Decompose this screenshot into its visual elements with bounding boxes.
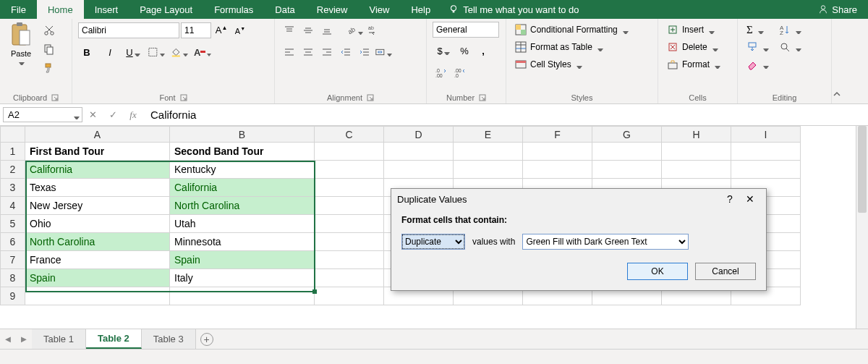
cell[interactable]: Minnesota — [170, 233, 315, 251]
cell[interactable] — [315, 215, 384, 233]
cancel-edit-button[interactable]: ✕ — [82, 107, 103, 122]
underline-button[interactable]: U — [124, 43, 142, 61]
cell[interactable] — [315, 197, 384, 215]
cell[interactable] — [454, 161, 523, 179]
autosum-button[interactable]: Σ — [744, 22, 772, 38]
col-header-a[interactable]: A — [25, 127, 170, 143]
col-header-g[interactable]: G — [592, 127, 662, 143]
cell[interactable] — [315, 143, 384, 161]
cell[interactable] — [315, 287, 384, 305]
cell[interactable]: France — [25, 251, 170, 269]
fill-color-button[interactable] — [171, 43, 188, 61]
sort-filter-button[interactable]: AZ — [776, 22, 804, 38]
dialog-help-button[interactable]: ? — [720, 193, 740, 205]
col-header-b[interactable]: B — [170, 127, 315, 143]
tab-help[interactable]: Help — [400, 0, 441, 19]
cell[interactable]: Second Band Tour — [170, 143, 315, 161]
tell-me-search[interactable]: Tell me what you want to do — [441, 0, 586, 19]
format-as-table-button[interactable]: Format as Table — [512, 39, 606, 55]
formula-input[interactable] — [143, 107, 865, 122]
vertical-scrollbar[interactable] — [856, 126, 868, 329]
cell[interactable] — [592, 161, 662, 179]
italic-button[interactable]: I — [101, 43, 119, 61]
paste-button[interactable]: Paste — [6, 22, 36, 64]
confirm-edit-button[interactable]: ✓ — [103, 107, 123, 122]
cell[interactable] — [384, 143, 454, 161]
cell[interactable]: North Carolina — [25, 233, 170, 251]
row-header[interactable]: 6 — [1, 233, 25, 251]
add-sheet-button[interactable]: + — [196, 329, 218, 349]
cell[interactable] — [731, 143, 801, 161]
tab-page-layout[interactable]: Page Layout — [129, 0, 203, 19]
row-header[interactable]: 7 — [1, 251, 25, 269]
dialog-cancel-button[interactable]: Cancel — [695, 263, 756, 280]
decrease-indent-button[interactable] — [337, 43, 354, 61]
format-style-select[interactable]: Green Fill with Dark Green Text — [522, 234, 689, 250]
cell[interactable]: First Band Tour — [25, 143, 170, 161]
collapse-ribbon-button[interactable] — [832, 89, 842, 99]
cell[interactable] — [592, 143, 662, 161]
col-header-e[interactable]: E — [454, 127, 523, 143]
tab-view[interactable]: View — [358, 0, 400, 19]
format-cells-button[interactable]: Format — [664, 56, 723, 72]
decrease-decimal-button[interactable]: .00.0 — [451, 64, 469, 81]
cell[interactable] — [662, 161, 731, 179]
row-header[interactable]: 9 — [1, 287, 25, 305]
sheet-nav-prev[interactable]: ◄ — [0, 329, 16, 349]
tab-data[interactable]: Data — [264, 0, 305, 19]
tab-review[interactable]: Review — [306, 0, 359, 19]
cell[interactable]: Italy — [170, 269, 315, 287]
cell[interactable] — [523, 161, 592, 179]
decrease-font-button[interactable]: A▼ — [231, 22, 249, 39]
cell[interactable] — [523, 143, 592, 161]
dialog-launcher-icon[interactable] — [479, 94, 486, 101]
cell[interactable] — [315, 161, 384, 179]
sheet-nav-next[interactable]: ► — [16, 329, 32, 349]
cell[interactable]: New Jersey — [25, 197, 170, 215]
cell[interactable] — [315, 233, 384, 251]
tab-formulas[interactable]: Formulas — [203, 0, 264, 19]
format-painter-button[interactable] — [41, 59, 58, 77]
row-header[interactable]: 2 — [1, 161, 25, 179]
copy-button[interactable] — [41, 41, 58, 58]
cell[interactable] — [662, 143, 731, 161]
cell-styles-button[interactable]: Cell Styles — [512, 56, 585, 72]
align-top-button[interactable] — [281, 22, 298, 39]
scrollbar-thumb[interactable] — [858, 126, 867, 213]
fill-button[interactable] — [744, 39, 772, 55]
orientation-button[interactable]: ab — [346, 22, 363, 39]
insert-cells-button[interactable]: Insert — [664, 22, 718, 38]
align-left-button[interactable] — [281, 43, 298, 61]
cut-button[interactable] — [41, 22, 58, 39]
cell[interactable]: California — [170, 179, 315, 197]
accounting-format-button[interactable]: $ — [433, 42, 454, 59]
sheet-tab-2[interactable]: Table 2 — [86, 329, 142, 349]
wrap-text-button[interactable]: ab — [365, 22, 382, 39]
font-size-select[interactable] — [181, 22, 211, 38]
font-color-button[interactable]: A — [194, 43, 211, 61]
number-format-select[interactable] — [433, 22, 499, 38]
dialog-launcher-icon[interactable] — [51, 94, 59, 101]
cell[interactable]: Utah — [170, 215, 315, 233]
insert-function-button[interactable]: fx — [123, 107, 143, 122]
delete-cells-button[interactable]: Delete — [664, 39, 721, 55]
align-middle-button[interactable] — [299, 22, 317, 39]
borders-button[interactable] — [148, 43, 165, 61]
cell[interactable] — [315, 269, 384, 287]
align-right-button[interactable] — [318, 43, 336, 61]
name-box[interactable]: A2 — [3, 107, 82, 122]
merge-center-button[interactable] — [375, 43, 392, 61]
row-header[interactable]: 5 — [1, 215, 25, 233]
sheet-tab-1[interactable]: Table 1 — [32, 329, 86, 349]
cell[interactable]: Spain — [25, 269, 170, 287]
align-center-button[interactable] — [299, 43, 317, 61]
conditional-formatting-button[interactable]: Conditional Formatting — [512, 22, 631, 38]
row-header[interactable]: 8 — [1, 269, 25, 287]
cell[interactable]: Texas — [25, 179, 170, 197]
cell[interactable]: California — [25, 161, 170, 179]
tab-home[interactable]: Home — [37, 0, 84, 19]
cell[interactable] — [25, 287, 170, 305]
bold-button[interactable]: B — [78, 43, 95, 61]
find-select-button[interactable] — [776, 39, 804, 55]
cell[interactable] — [170, 287, 315, 305]
